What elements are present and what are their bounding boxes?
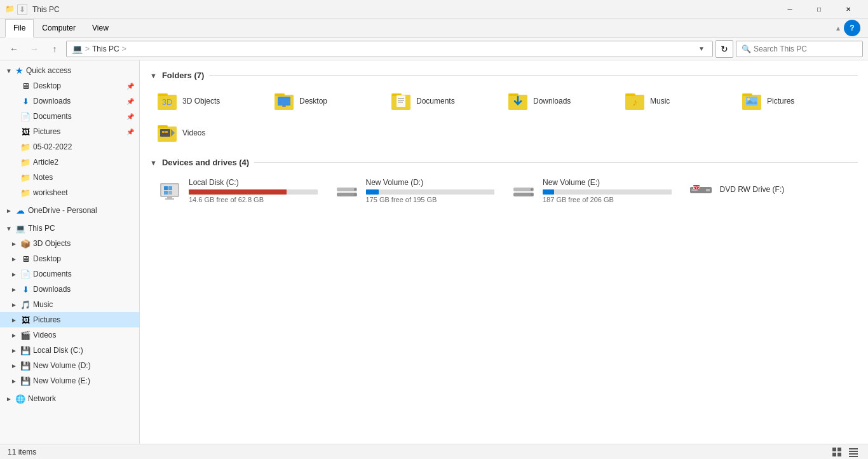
folder-item-videos[interactable]: Videos — [150, 118, 264, 147]
sidebar-onedrive-header[interactable]: ► ☁ OneDrive - Personal — [0, 203, 139, 218]
drive-item-c[interactable]: Local Disk (C:) 14.6 GB free of 62.8 GB — [150, 174, 325, 208]
documents-icon: 📄 — [20, 269, 31, 279]
sidebar-item-notes[interactable]: 📁 Notes — [0, 170, 139, 185]
main-layout: ▼ ★ Quick access 🖥 Desktop 📌 ⬇ Downloads… — [0, 60, 868, 444]
folder-documents-icon — [391, 91, 411, 111]
folder-desktop-name: Desktop — [299, 97, 327, 106]
folders-chevron-icon[interactable]: ▼ — [150, 72, 157, 79]
close-button[interactable]: ✕ — [834, 0, 863, 19]
status-item-count: 11 items — [8, 448, 36, 456]
folder-item-3dobjects[interactable]: 3D 3D Objects — [150, 86, 264, 116]
drive-item-f[interactable]: DVD DVD RW Drive (F:) — [681, 174, 856, 208]
minimize-button[interactable]: ─ — [775, 0, 804, 19]
tab-file[interactable]: File — [5, 19, 34, 38]
address-bar-separator: > — [85, 45, 90, 53]
sidebar-pictures-label: Pictures — [33, 127, 124, 136]
expand-icon: ► — [10, 317, 18, 324]
sidebar-item-documents-qa[interactable]: 📄 Documents 📌 — [0, 109, 139, 124]
status-bar: 11 items — [0, 444, 868, 459]
sidebar-thispc-header[interactable]: ▼ 💻 This PC — [0, 221, 139, 236]
folder-item-music[interactable]: ♪ Music — [618, 86, 732, 116]
sidebar-quickaccess-header[interactable]: ▼ ★ Quick access — [0, 63, 139, 78]
expand-icon: ► — [5, 395, 13, 402]
sidebar-item-article2[interactable]: 📁 Article2 — [0, 154, 139, 170]
folder-item-downloads[interactable]: Downloads — [501, 86, 615, 116]
back-button[interactable]: ← — [5, 40, 23, 58]
drive-item-e[interactable]: New Volume (E:) 187 GB free of 206 GB — [504, 174, 679, 208]
help-button[interactable]: ? — [844, 20, 860, 36]
svg-rect-51 — [832, 453, 836, 456]
sidebar-item-localc[interactable]: ► 💾 Local Disk (C:) — [0, 343, 139, 358]
sidebar-item-vold[interactable]: ► 💾 New Volume (D:) — [0, 358, 139, 373]
ribbon-collapse-icon[interactable]: ▲ — [835, 25, 841, 32]
sidebar-item-3dobjects[interactable]: ► 📦 3D Objects — [0, 236, 139, 251]
grid-view-button[interactable] — [830, 445, 844, 459]
drive-e-name: New Volume (E:) — [543, 178, 672, 187]
maximize-button[interactable]: □ — [804, 0, 834, 19]
svg-rect-4 — [275, 93, 285, 96]
folder-documents-name: Documents — [416, 97, 455, 106]
folder-item-pictures[interactable]: Pictures — [735, 86, 849, 116]
sidebar-item-desktop-qa[interactable]: 🖥 Desktop 📌 — [0, 78, 139, 93]
app-icon: 📁 — [5, 4, 15, 15]
drives-chevron-icon[interactable]: ▼ — [150, 159, 157, 167]
sidebar-network-header[interactable]: ► 🌐 Network — [0, 391, 139, 406]
svg-rect-27 — [165, 131, 168, 133]
folder-item-documents[interactable]: Documents — [384, 86, 498, 116]
svg-rect-35 — [168, 191, 172, 195]
sidebar-05022022-label: 05-02-2022 — [33, 142, 134, 151]
window-controls: ─ □ ✕ — [775, 0, 863, 19]
sidebar-network-label: Network — [28, 394, 134, 403]
forward-button[interactable]: → — [25, 40, 43, 58]
videos-icon: 🎬 — [20, 330, 31, 340]
sidebar-item-videos[interactable]: ► 🎬 Videos — [0, 327, 139, 343]
svg-rect-31 — [165, 198, 174, 200]
sidebar-item-pictures-qa[interactable]: 🖼 Pictures 📌 — [0, 124, 139, 139]
tab-view[interactable]: View — [84, 19, 117, 37]
address-bar-dropdown[interactable]: ▼ — [696, 44, 707, 53]
svg-rect-16 — [625, 93, 635, 96]
music-icon: 🎵 — [20, 299, 31, 310]
folders-section-title: Folders (7) — [162, 71, 204, 80]
folder-downloads-icon — [508, 91, 528, 111]
quick-access-toolbar[interactable]: ⬇ — [17, 4, 27, 15]
sidebar-3dobjects-label: 3D Objects — [33, 239, 134, 248]
folder-item-desktop[interactable]: Desktop — [267, 86, 381, 116]
drive-c-info: Local Disk (C:) 14.6 GB free of 62.8 GB — [189, 178, 318, 203]
search-input[interactable] — [754, 45, 857, 53]
title-bar: 📁 ⬇ This PC ─ □ ✕ — [0, 0, 868, 19]
address-bar[interactable]: 💻 > This PC > ▼ — [66, 41, 713, 57]
expand-icon — [10, 174, 18, 181]
expand-icon — [10, 189, 18, 196]
sidebar-item-pictures[interactable]: ► 🖼 Pictures — [0, 312, 139, 327]
pictures-icon: 🖼 — [20, 127, 31, 137]
expand-icon: ► — [10, 256, 18, 263]
svg-point-42 — [531, 188, 533, 191]
expand-icon: ► — [10, 271, 18, 278]
sidebar-item-desktop[interactable]: ► 🖥 Desktop — [0, 251, 139, 266]
svg-text:3D: 3D — [162, 97, 173, 107]
drive-c-free: 14.6 GB free of 62.8 GB — [189, 196, 318, 203]
list-view-button[interactable] — [846, 445, 860, 459]
tab-computer[interactable]: Computer — [34, 19, 84, 37]
svg-point-38 — [354, 188, 356, 191]
newvol-e-icon: 💾 — [20, 376, 31, 386]
sidebar-item-worksheet[interactable]: 📁 worksheet — [0, 185, 139, 200]
folder-music-icon: ♪ — [625, 91, 645, 111]
folder-videos-icon — [157, 123, 177, 143]
sidebar-item-vole[interactable]: ► 💾 New Volume (E:) — [0, 373, 139, 388]
drive-c-icon — [157, 178, 182, 203]
sidebar-item-documents[interactable]: ► 📄 Documents — [0, 266, 139, 282]
sidebar-item-music[interactable]: ► 🎵 Music — [0, 297, 139, 312]
drives-section-title: Devices and drives (4) — [162, 158, 249, 167]
search-bar[interactable]: 🔍 — [736, 41, 863, 57]
svg-rect-9 — [397, 95, 405, 107]
sidebar-item-05022022[interactable]: 📁 05-02-2022 — [0, 139, 139, 154]
sidebar-item-downloads-qa[interactable]: ⬇ Downloads 📌 — [0, 93, 139, 109]
svg-rect-10 — [398, 98, 404, 99]
drive-e-icon — [511, 178, 536, 203]
drive-item-d[interactable]: New Volume (D:) 175 GB free of 195 GB — [327, 174, 502, 208]
refresh-button[interactable]: ↻ — [715, 40, 733, 58]
up-button[interactable]: ↑ — [46, 40, 64, 58]
sidebar-item-downloads[interactable]: ► ⬇ Downloads — [0, 282, 139, 297]
